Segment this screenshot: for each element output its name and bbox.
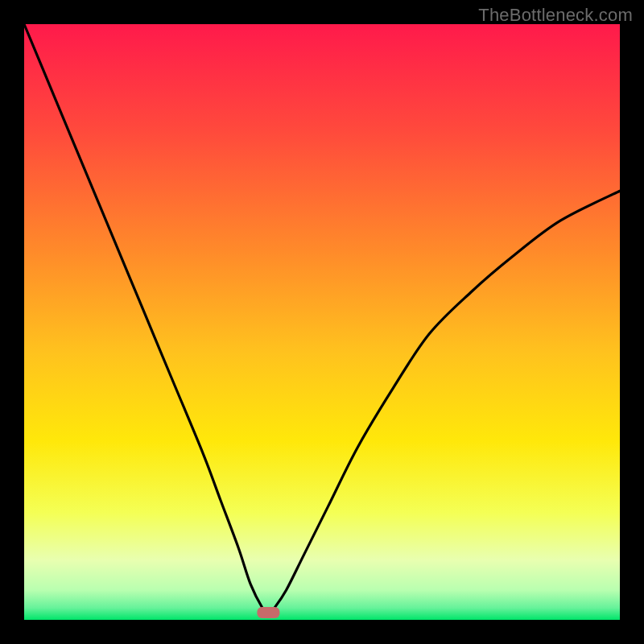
- optimum-marker: [257, 607, 279, 618]
- plot-background: [24, 24, 620, 620]
- chart-frame: TheBottleneck.com: [0, 0, 644, 644]
- watermark-text: TheBottleneck.com: [478, 5, 633, 26]
- bottleneck-chart: [0, 0, 644, 644]
